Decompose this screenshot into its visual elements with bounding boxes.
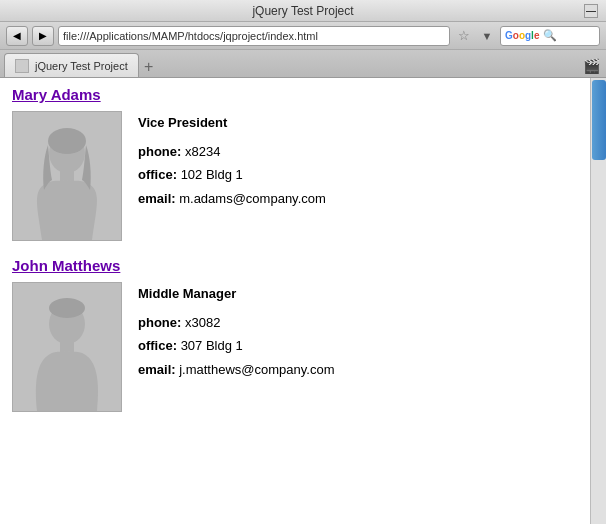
svg-point-5 — [49, 298, 85, 318]
employee-name-mary[interactable]: Mary Adams — [12, 86, 578, 103]
url-field[interactable]: file:///Applications/MAMP/htdocs/jqproje… — [58, 26, 450, 46]
forward-icon: ▶ — [39, 30, 47, 41]
active-tab[interactable]: jQuery Test Project — [4, 53, 139, 77]
office-label: office: — [138, 167, 177, 182]
close-icon: — — [586, 5, 596, 16]
svg-rect-4 — [60, 342, 74, 352]
back-icon: ◀ — [13, 30, 21, 41]
office-value-john: 307 Bldg 1 — [181, 338, 243, 353]
tab-bar: jQuery Test Project + 🎬 — [0, 50, 606, 78]
refresh-icon: ▼ — [482, 30, 493, 42]
info-section-john: Middle Manager phone: x3082 office: 307 … — [138, 282, 335, 381]
tab-favicon — [15, 59, 29, 73]
contact-info-mary: phone: x8234 office: 102 Bldg 1 email: m… — [138, 140, 326, 210]
title-bar: jQuery Test Project — — [0, 0, 606, 22]
bookmark-button[interactable]: ☆ — [454, 26, 474, 46]
employee-details-mary: Vice President phone: x8234 office: 102 … — [12, 111, 578, 241]
phone-row-mary: phone: x8234 — [138, 140, 326, 163]
url-text: file:///Applications/MAMP/htdocs/jqproje… — [63, 30, 318, 42]
address-bar: ◀ ▶ file:///Applications/MAMP/htdocs/jqp… — [0, 22, 606, 50]
new-tab-button[interactable]: + — [139, 57, 159, 77]
refresh-button[interactable]: ▼ — [478, 26, 496, 46]
job-title-mary: Vice President — [138, 115, 326, 130]
svg-rect-1 — [60, 171, 74, 181]
scrollbar[interactable] — [590, 78, 606, 524]
email-label-john: email: — [138, 362, 176, 377]
window-title: jQuery Test Project — [252, 4, 353, 18]
employee-details-john: Middle Manager phone: x3082 office: 307 … — [12, 282, 578, 412]
email-value-john: j.matthews@company.com — [179, 362, 334, 377]
job-title-john: Middle Manager — [138, 286, 335, 301]
employee-entry-mary: Mary Adams — [12, 86, 578, 241]
office-row-mary: office: 102 Bldg 1 — [138, 163, 326, 186]
phone-value-mary: x8234 — [185, 144, 220, 159]
tab-label: jQuery Test Project — [35, 60, 128, 72]
google-logo: Google — [505, 30, 539, 41]
avatar-mary — [12, 111, 122, 241]
phone-value-john: x3082 — [185, 315, 220, 330]
phone-label: phone: — [138, 144, 181, 159]
back-button[interactable]: ◀ — [6, 26, 28, 46]
info-section-mary: Vice President phone: x8234 office: 102 … — [138, 111, 326, 210]
star-icon: ☆ — [458, 28, 470, 43]
search-icon: 🔍 — [543, 29, 557, 42]
phone-row-john: phone: x3082 — [138, 311, 335, 334]
office-label-john: office: — [138, 338, 177, 353]
email-row-john: email: j.matthews@company.com — [138, 358, 335, 381]
employee-entry-john: John Matthews Middl — [12, 257, 578, 412]
scrollbar-thumb[interactable] — [592, 80, 606, 160]
office-value-mary: 102 Bldg 1 — [181, 167, 243, 182]
phone-label-john: phone: — [138, 315, 181, 330]
tab-menu-button[interactable]: 🎬 — [580, 55, 602, 77]
content-area: Mary Adams — [0, 78, 606, 524]
email-row-mary: email: m.adams@company.com — [138, 187, 326, 210]
email-label: email: — [138, 191, 176, 206]
contact-info-john: phone: x3082 office: 307 Bldg 1 email: j… — [138, 311, 335, 381]
forward-button[interactable]: ▶ — [32, 26, 54, 46]
window-close-button[interactable]: — — [584, 4, 598, 18]
avatar-svg-female — [22, 125, 112, 240]
avatar-svg-male — [22, 296, 112, 411]
avatar-john — [12, 282, 122, 412]
email-value-mary: m.adams@company.com — [179, 191, 326, 206]
svg-point-2 — [48, 128, 86, 154]
add-icon: + — [144, 58, 153, 76]
employee-name-john[interactable]: John Matthews — [12, 257, 578, 274]
page-content: Mary Adams — [0, 78, 590, 524]
tab-menu-icon: 🎬 — [583, 58, 600, 74]
office-row-john: office: 307 Bldg 1 — [138, 334, 335, 357]
search-box[interactable]: Google 🔍 — [500, 26, 600, 46]
